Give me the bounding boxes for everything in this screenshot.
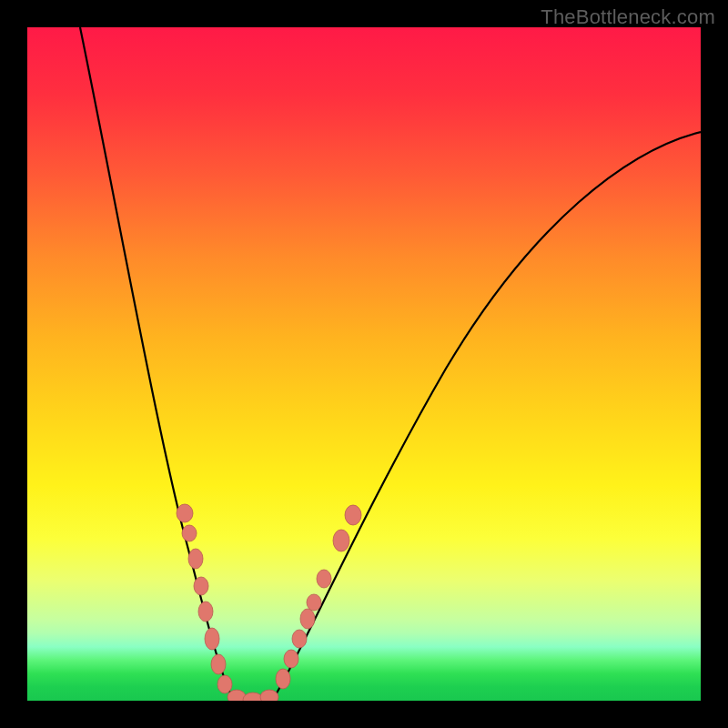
data-marker	[182, 525, 197, 541]
data-marker	[276, 669, 290, 689]
data-marker	[300, 609, 315, 629]
plot-area	[27, 27, 701, 701]
curve-left-branch	[80, 27, 232, 697]
bottleneck-curve-svg	[27, 27, 701, 701]
curve-right-branch	[275, 132, 701, 696]
data-marker	[292, 630, 307, 648]
watermark-text: TheBottleneck.com	[541, 5, 715, 29]
data-marker	[205, 628, 219, 650]
data-marker	[260, 690, 278, 701]
data-marker	[345, 505, 361, 525]
data-marker	[307, 594, 321, 611]
data-marker	[194, 577, 208, 595]
data-marker	[317, 570, 331, 588]
markers-left-branch	[177, 504, 232, 693]
data-marker	[333, 530, 349, 551]
data-marker	[217, 675, 232, 693]
markers-bottom	[228, 690, 278, 701]
markers-right-branch	[276, 505, 361, 689]
data-marker	[211, 654, 226, 674]
data-marker	[177, 504, 193, 522]
data-marker	[284, 650, 298, 668]
data-marker	[188, 549, 203, 569]
chart-frame: TheBottleneck.com	[0, 0, 728, 728]
data-marker	[198, 602, 213, 622]
